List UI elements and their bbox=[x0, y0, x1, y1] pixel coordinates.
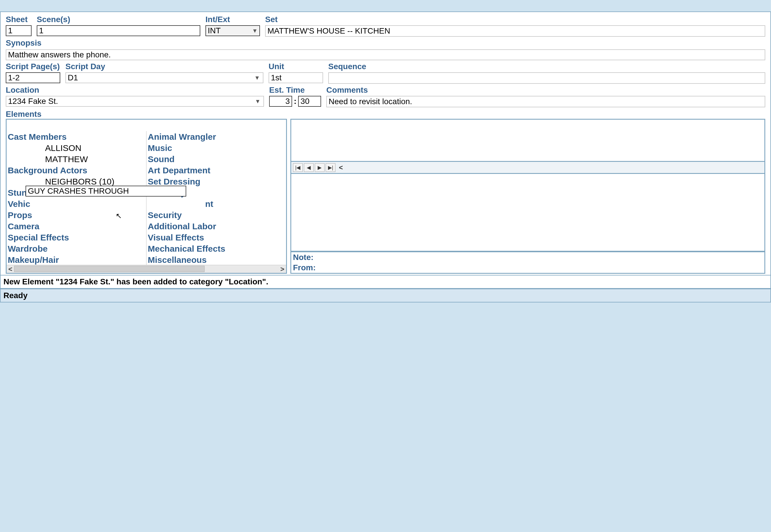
est-time-label: Est. Time bbox=[269, 86, 321, 95]
intext-value: INT bbox=[208, 26, 221, 35]
set-input[interactable] bbox=[265, 25, 765, 37]
intext-label: Int/Ext bbox=[205, 15, 260, 24]
comments-label: Comments bbox=[326, 86, 765, 95]
comments-input[interactable] bbox=[326, 96, 765, 107]
location-label: Location bbox=[6, 86, 264, 95]
elements-column-right: Animal WranglerMusicSoundArt DepartmentS… bbox=[147, 131, 286, 265]
script-pages-label: Script Page(s) bbox=[6, 62, 60, 71]
script-day-select[interactable]: ▼ bbox=[65, 72, 263, 83]
unit-select[interactable]: ▼ bbox=[269, 72, 323, 83]
breakdown-form: Sheet Scene(s) Int/Ext INT ▼ Set Synopsi… bbox=[0, 11, 771, 275]
element-category[interactable]: Miscellaneous bbox=[148, 254, 285, 265]
element-category[interactable]: Makeup/Hair bbox=[8, 254, 145, 265]
element-item[interactable]: MATTHEW bbox=[8, 154, 145, 165]
element-category[interactable]: Vehic bbox=[8, 198, 145, 209]
scroll-left-arrow-icon[interactable]: < bbox=[7, 265, 14, 273]
scenes-input[interactable] bbox=[37, 25, 200, 36]
from-label: From: bbox=[291, 263, 764, 273]
nav-last-button[interactable]: ▶| bbox=[326, 163, 335, 172]
element-category[interactable]: Animal Wrangler bbox=[148, 131, 285, 142]
status-bar: Ready bbox=[0, 289, 771, 302]
sequence-input[interactable] bbox=[328, 72, 765, 84]
status-message: New Element "1234 Fake St." has been add… bbox=[0, 275, 771, 289]
sheet-label: Sheet bbox=[6, 15, 32, 24]
preview-area bbox=[290, 119, 765, 162]
intext-select[interactable]: INT ▼ bbox=[205, 25, 260, 36]
element-category[interactable]: Wardrobe bbox=[8, 243, 145, 254]
time-colon: : bbox=[294, 97, 296, 106]
synopsis-label: Synopsis bbox=[6, 38, 765, 48]
element-category[interactable]: Art Department bbox=[148, 165, 285, 176]
elements-label: Elements bbox=[6, 110, 765, 119]
chevron-down-icon: ▼ bbox=[252, 98, 263, 105]
unit-label: Unit bbox=[269, 62, 323, 71]
element-category[interactable]: Props bbox=[8, 209, 145, 221]
element-nav-bar: |◀ ◀ ▶ ▶| < bbox=[290, 162, 765, 174]
chevron-down-icon: ▼ bbox=[252, 28, 258, 34]
element-category[interactable]: Sound bbox=[148, 154, 285, 165]
detail-area bbox=[290, 174, 765, 252]
element-category[interactable]: Special Effects bbox=[8, 232, 145, 243]
nav-prev-button[interactable]: ◀ bbox=[304, 163, 314, 172]
est-time-hours[interactable] bbox=[269, 96, 292, 107]
right-panel: |◀ ◀ ▶ ▶| < Note: From: bbox=[290, 119, 765, 274]
scroll-right-arrow-icon[interactable]: > bbox=[279, 265, 286, 273]
element-category[interactable]: Camera bbox=[8, 221, 145, 232]
location-value[interactable] bbox=[6, 96, 252, 106]
toolbar-placeholder bbox=[0, 0, 771, 11]
script-day-label: Script Day bbox=[65, 62, 263, 71]
chevron-down-icon: ▼ bbox=[251, 75, 263, 81]
sheet-input[interactable] bbox=[6, 25, 32, 36]
set-label: Set bbox=[265, 15, 765, 24]
element-category[interactable]: Mechanical Effects bbox=[148, 243, 285, 254]
element-category[interactable]: Music bbox=[148, 142, 285, 154]
nav-next-button[interactable]: ▶ bbox=[315, 163, 325, 172]
note-label: Note: bbox=[291, 252, 764, 263]
element-category[interactable]: Background Actors bbox=[8, 165, 145, 176]
element-item[interactable]: ALLISON bbox=[8, 142, 145, 154]
script-day-value[interactable] bbox=[66, 73, 251, 83]
elements-hscrollbar[interactable]: < > bbox=[7, 265, 286, 273]
nav-back-chevron[interactable]: < bbox=[339, 164, 343, 172]
scroll-thumb[interactable] bbox=[14, 266, 205, 272]
element-category[interactable]: Additional Labor bbox=[148, 221, 285, 232]
element-category[interactable]: Visual Effects bbox=[148, 232, 285, 243]
elements-panel: Cast MembersALLISONMATTHEWBackground Act… bbox=[6, 119, 287, 274]
element-category[interactable]: Cast Members bbox=[8, 131, 145, 142]
element-category[interactable]: nt bbox=[148, 198, 285, 209]
elements-column-left: Cast MembersALLISONMATTHEWBackground Act… bbox=[7, 131, 147, 265]
synopsis-input[interactable] bbox=[6, 49, 765, 60]
element-category[interactable]: Security bbox=[148, 209, 285, 221]
scenes-label: Scene(s) bbox=[37, 15, 200, 24]
script-pages-input[interactable] bbox=[6, 72, 60, 83]
est-time-minutes[interactable] bbox=[298, 96, 321, 107]
sequence-label: Sequence bbox=[328, 62, 765, 71]
nav-first-button[interactable]: |◀ bbox=[293, 163, 303, 172]
element-entry-input[interactable] bbox=[26, 186, 186, 197]
scroll-track[interactable] bbox=[14, 265, 279, 273]
location-select[interactable]: ▼ bbox=[6, 96, 264, 107]
